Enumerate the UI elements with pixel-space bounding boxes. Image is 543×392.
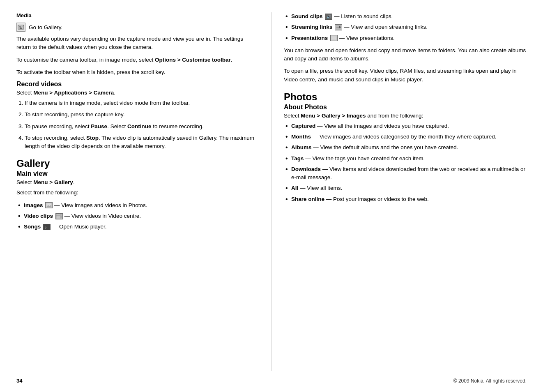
photos-items-list: Captured — View all the images and video…: [284, 122, 527, 203]
gallery-goto-icon: [16, 23, 25, 32]
right-column: Sound clips 🔊 — Listen to sound clips. S…: [272, 12, 527, 371]
presentations-icon: [330, 35, 338, 41]
record-steps: If the camera is in image mode, select v…: [25, 99, 259, 150]
images-icon: [45, 202, 53, 208]
page: Media Go to Gallery. The available optio…: [0, 0, 543, 392]
photos-heading: Photos: [284, 91, 527, 103]
step-2: To start recording, press the capture ke…: [25, 111, 259, 119]
photos-item-albums: Albums — View the default albums and the…: [284, 143, 527, 152]
browse-text: You can browse and open folders and copy…: [284, 46, 527, 63]
photos-nav-line: Select Menu > Gallery > Images and from …: [284, 113, 527, 119]
photos-item-all: All — View all items.: [284, 184, 527, 192]
select-from-text: Select from the following:: [16, 189, 259, 197]
step-3: To pause recording, select Pause. Select…: [25, 122, 259, 131]
photos-item-captured: Captured — View all the images and video…: [284, 122, 527, 130]
items-continued-list: Sound clips 🔊 — Listen to sound clips. S…: [284, 12, 527, 42]
gallery-nav-line: Select Menu > Gallery.: [16, 179, 259, 185]
photos-item-months: Months — View images and videos categori…: [284, 133, 527, 141]
media-label: Media: [16, 12, 259, 18]
item-streaming-links: Streaming links — View and open streamin…: [284, 23, 527, 31]
customise-text: To customise the camera toolbar, in imag…: [16, 56, 259, 64]
gallery-heading: Gallery: [16, 158, 259, 169]
item-sound-clips: Sound clips 🔊 — Listen to sound clips.: [284, 12, 527, 21]
svg-rect-10: [60, 216, 62, 217]
main-view-heading: Main view: [16, 170, 259, 178]
left-column: Media Go to Gallery. The available optio…: [16, 12, 272, 371]
streaming-links-icon: [335, 24, 342, 30]
gallery-item-songs: Songs ♪ — Open Music player.: [16, 223, 259, 231]
about-photos-heading: About Photos: [284, 104, 527, 111]
sound-clips-icon: 🔊: [325, 14, 332, 20]
photos-item-downloads: Downloads — View items and videos downlo…: [284, 165, 527, 182]
customise-bold: Options > Customise toolbar: [155, 57, 231, 63]
goto-gallery-text: Go to Gallery.: [29, 24, 62, 30]
main-columns: Media Go to Gallery. The available optio…: [16, 12, 527, 371]
available-options-text: The available options vary depending on …: [16, 35, 259, 52]
record-nav-line: Select Menu > Applications > Camera.: [16, 90, 259, 96]
svg-text:🔊: 🔊: [327, 14, 331, 18]
videoclips-icon: [55, 213, 63, 219]
svg-rect-6: [56, 214, 60, 219]
gallery-item-images: Images — View images and videos in Photo…: [16, 201, 259, 210]
svg-rect-11: [60, 217, 62, 219]
gallery-items-list: Images — View images and videos in Photo…: [16, 201, 259, 231]
customise-pre: To customise the camera toolbar, in imag…: [16, 57, 153, 63]
footer: 34 © 2009 Nokia. All rights reserved.: [16, 375, 527, 384]
activate-toolbar-text: To activate the toolbar when it is hidde…: [16, 68, 259, 76]
svg-rect-9: [60, 214, 62, 216]
item-presentations: Presentations — View presentations.: [284, 34, 527, 42]
open-file-text: To open a file, press the scroll key. Vi…: [284, 67, 527, 84]
svg-rect-1: [19, 26, 21, 28]
songs-icon: ♪: [43, 224, 51, 230]
photos-item-share-online: Share online — Post your images or video…: [284, 195, 527, 203]
copyright: © 2009 Nokia. All rights reserved.: [453, 378, 527, 384]
page-number: 34: [16, 378, 22, 384]
step-4: To stop recording, select Stop. The vide…: [25, 134, 259, 151]
photos-item-tags: Tags — View the tags you have created fo…: [284, 154, 527, 163]
svg-rect-2: [21, 26, 23, 28]
svg-text:♪: ♪: [45, 225, 47, 229]
record-videos-heading: Record videos: [16, 81, 259, 88]
gallery-item-videoclips: Video clips — View videos in Video centr…: [16, 212, 259, 220]
goto-gallery-row: Go to Gallery.: [16, 23, 259, 32]
step-1: If the camera is in image mode, select v…: [25, 99, 259, 107]
